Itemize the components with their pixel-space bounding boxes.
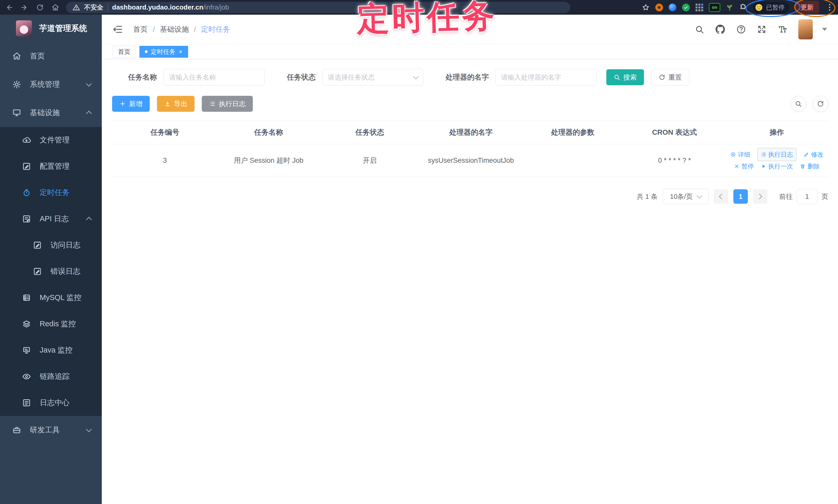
- home-icon: [12, 52, 21, 60]
- user-avatar[interactable]: [798, 19, 813, 39]
- export-button[interactable]: 导出: [157, 96, 195, 112]
- cell-status: 开启: [319, 145, 420, 176]
- sidebar-item-java[interactable]: Java 监控: [0, 337, 102, 363]
- database-icon: [22, 293, 31, 302]
- sidebar-item-job[interactable]: 定时任务: [0, 180, 102, 206]
- font-size-icon[interactable]: [778, 25, 787, 34]
- toggle-search-button[interactable]: [790, 96, 806, 111]
- help-icon[interactable]: [736, 25, 746, 34]
- sidebar-item-label: 基础设施: [30, 108, 60, 118]
- sidebar-collapse-icon[interactable]: [112, 24, 123, 35]
- breadcrumb-separator: /: [194, 25, 196, 34]
- sidebar-submenu-infra: 文件管理 配置管理 定时任务 API 日志 访问日志: [0, 127, 102, 416]
- page-content: 任务名称 任务状态 请选择任务状态 处理器的名字 搜索 重置: [102, 59, 838, 204]
- exec-log-button[interactable]: 执行日志: [202, 96, 253, 112]
- browser-back-icon[interactable]: [5, 4, 13, 11]
- goto-label: 前往: [779, 192, 793, 201]
- sidebar-item-error-log[interactable]: 错误日志: [0, 258, 102, 285]
- search-icon[interactable]: [695, 25, 704, 34]
- sidebar-item-config[interactable]: 配置管理: [0, 153, 102, 180]
- sidebar-item-label: 研发工具: [30, 425, 60, 435]
- fullscreen-icon[interactable]: [757, 25, 766, 34]
- app-header: 首页 / 基础设施 / 定时任务: [102, 15, 838, 44]
- sidebar-item-log-center[interactable]: 日志中心: [0, 390, 102, 416]
- search-icon: [795, 100, 802, 107]
- tag-home[interactable]: 首页: [112, 46, 136, 58]
- task-status-label: 任务状态: [287, 72, 316, 82]
- table-toolbar: 新增 导出 执行日志: [112, 96, 828, 112]
- emoji-face-icon: [755, 3, 763, 12]
- detail-link[interactable]: 详细: [730, 150, 750, 159]
- sidebar-item-home[interactable]: 首页: [0, 42, 102, 70]
- close-icon[interactable]: [179, 50, 183, 54]
- reset-button[interactable]: 重置: [651, 69, 689, 86]
- run-once-link[interactable]: 执行一次: [761, 162, 793, 170]
- sidebar-item-redis[interactable]: Redis 监控: [0, 311, 102, 337]
- extension-on-badge[interactable]: on: [709, 3, 720, 12]
- paused-label: 已暂停: [766, 3, 785, 12]
- sidebar-item-label: 配置管理: [40, 161, 70, 172]
- handler-name-input[interactable]: [495, 69, 596, 86]
- extension-check-icon[interactable]: [682, 4, 690, 11]
- tag-job-active[interactable]: 定时任务: [139, 46, 188, 58]
- sidebar-item-files[interactable]: 文件管理: [0, 127, 102, 153]
- browser-menu-icon[interactable]: [826, 3, 833, 12]
- url-bar[interactable]: 不安全 dashboard.yudao.iocoder.cn/infra/job: [66, 2, 570, 13]
- prev-page-button[interactable]: [714, 189, 728, 204]
- task-status-placeholder: 请选择任务状态: [328, 73, 375, 82]
- avatar-caret-icon[interactable]: [822, 28, 827, 31]
- sidebar-item-label: Java 监控: [40, 345, 72, 355]
- cell-id: 3: [112, 145, 218, 176]
- task-status-select[interactable]: 请选择任务状态: [322, 69, 423, 86]
- row-exec-log-link[interactable]: 执行日志: [761, 150, 793, 159]
- task-name-label: 任务名称: [128, 72, 157, 82]
- browser-reload-icon[interactable]: [36, 4, 44, 11]
- bookmark-star-icon[interactable]: [642, 4, 650, 11]
- gear-icon: [12, 80, 21, 89]
- reset-button-label: 重置: [668, 73, 682, 82]
- delete-link[interactable]: 删除: [800, 162, 820, 170]
- browser-home-icon[interactable]: [52, 4, 59, 11]
- browser-forward-icon[interactable]: [21, 4, 28, 11]
- breadcrumb-home[interactable]: 首页: [133, 24, 148, 34]
- task-name-input[interactable]: [164, 69, 265, 86]
- extension-grid-icon[interactable]: [696, 4, 703, 11]
- search-button[interactable]: 搜索: [606, 69, 644, 85]
- browser-update-button[interactable]: 更新: [795, 1, 819, 14]
- breadcrumb-infra[interactable]: 基础设施: [160, 24, 189, 34]
- sidebar-item-infra[interactable]: 基础设施: [0, 98, 102, 127]
- sidebar-item-access-log[interactable]: 访问日志: [0, 232, 102, 258]
- edit-link[interactable]: 修改: [803, 150, 824, 159]
- extension-paused-pill[interactable]: 已暂停: [753, 2, 789, 13]
- tags-view-bar: 首页 定时任务: [102, 44, 838, 59]
- table-header-row: 任务编号 任务名称 任务状态 处理器的名字 处理器的参数 CRON 表达式 操作: [112, 121, 828, 144]
- sidebar-item-api-log[interactable]: API 日志: [0, 206, 102, 232]
- refresh-table-button[interactable]: [813, 96, 828, 111]
- next-page-button[interactable]: [753, 189, 767, 204]
- filter-form: 任务名称 任务状态 请选择任务状态 处理器的名字 搜索 重置: [128, 69, 828, 86]
- sidebar-item-system[interactable]: 系统管理: [0, 70, 102, 98]
- plant-extension-icon[interactable]: [726, 4, 734, 11]
- app-frame: 芋道管理系统 首页 系统管理 基础设施 文件管理: [0, 15, 838, 504]
- extensions-puzzle-icon[interactable]: [739, 4, 747, 11]
- add-button[interactable]: 新增: [112, 96, 150, 112]
- sidebar-logo-row[interactable]: 芋道管理系统: [0, 15, 102, 42]
- sidebar-item-mysql[interactable]: MySQL 监控: [0, 285, 102, 311]
- app-logo: [16, 20, 32, 36]
- cell-cron: 0 * * * * ? *: [624, 145, 726, 176]
- cell-params: [522, 151, 624, 170]
- api-log-icon: [22, 215, 31, 223]
- export-button-label: 导出: [174, 100, 187, 108]
- jobs-table: 任务编号 任务名称 任务状态 处理器的名字 处理器的参数 CRON 表达式 操作…: [112, 121, 828, 177]
- goto-page-input[interactable]: [797, 189, 817, 204]
- sidebar-item-tracing[interactable]: 链路追踪: [0, 363, 102, 390]
- extension-ring-icon[interactable]: [655, 4, 663, 11]
- github-icon[interactable]: [715, 24, 725, 34]
- pause-link[interactable]: 暂停: [734, 162, 754, 170]
- page-1-button[interactable]: 1: [733, 189, 748, 204]
- sidebar-item-dev-tools[interactable]: 研发工具: [0, 416, 102, 444]
- browser-extension-area: on 已暂停 更新: [642, 1, 833, 14]
- extension-blue-icon[interactable]: [669, 4, 677, 11]
- page-size-select[interactable]: 10条/页: [663, 189, 709, 204]
- sidebar-item-label: 首页: [30, 51, 45, 61]
